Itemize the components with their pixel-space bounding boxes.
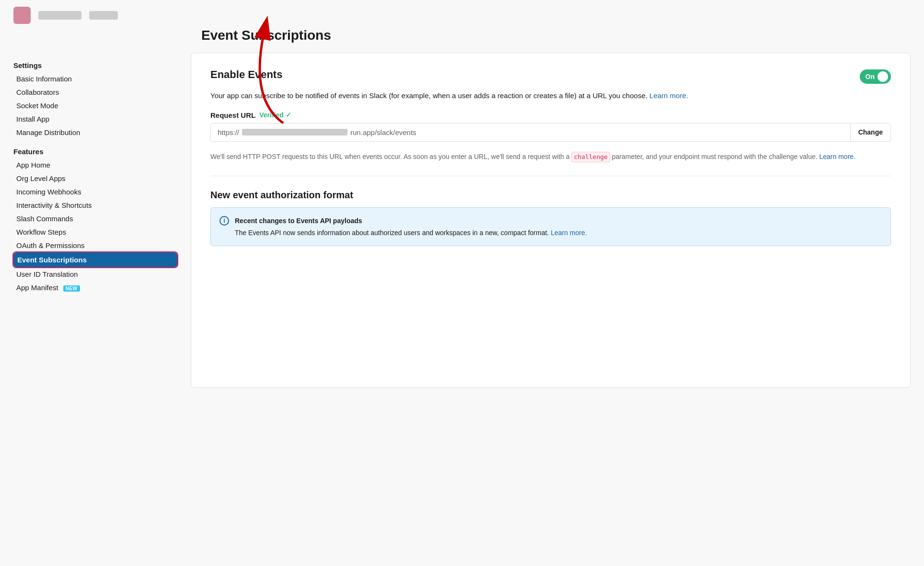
sidebar-item-manage-distribution[interactable]: Manage Distribution bbox=[13, 126, 177, 139]
new-badge: NEW bbox=[63, 285, 80, 292]
sidebar-item-user-id-translation[interactable]: User ID Translation bbox=[13, 268, 177, 281]
info-box-content: Recent changes to Events API payloads Th… bbox=[235, 215, 587, 238]
enable-events-toggle[interactable]: On bbox=[860, 69, 891, 84]
app-name-blurred bbox=[38, 11, 81, 20]
url-input-container: https://run.app/slack/events Change bbox=[210, 123, 891, 142]
sidebar-item-interactivity-shortcuts[interactable]: Interactivity & Shortcuts bbox=[13, 199, 177, 212]
url-input-row: https://run.app/slack/events Change bbox=[210, 123, 891, 142]
sidebar-item-oauth-permissions[interactable]: OAuth & Permissions bbox=[13, 239, 177, 252]
change-button[interactable]: Change bbox=[850, 124, 890, 141]
enable-events-description: Your app can subscribe to be notified of… bbox=[210, 91, 891, 102]
app-avatar bbox=[13, 7, 31, 24]
sidebar-item-org-level-apps[interactable]: Org Level Apps bbox=[13, 172, 177, 185]
toggle-circle bbox=[878, 71, 888, 82]
enable-events-title: Enable Events bbox=[210, 68, 282, 81]
info-box: i Recent changes to Events API payloads … bbox=[210, 207, 891, 246]
http-description: We'll send HTTP POST requests to this UR… bbox=[210, 151, 891, 163]
settings-heading: Settings bbox=[13, 61, 177, 69]
info-box-title: Recent changes to Events API payloads bbox=[235, 215, 587, 226]
challenge-badge: challenge bbox=[571, 152, 610, 163]
http-learn-more[interactable]: Learn more. bbox=[819, 153, 855, 160]
features-heading: Features bbox=[13, 147, 177, 156]
section-divider bbox=[210, 176, 891, 176]
sidebar-item-install-app[interactable]: Install App bbox=[13, 113, 177, 125]
enable-events-header: Enable Events On bbox=[210, 68, 891, 85]
sidebar-item-basic-information[interactable]: Basic Information bbox=[13, 72, 177, 85]
new-event-auth-title: New event authorization format bbox=[210, 190, 891, 201]
sidebar: Settings Basic Information Collaborators… bbox=[13, 53, 191, 388]
sidebar-item-event-subscriptions[interactable]: Event Subscriptions bbox=[13, 252, 177, 267]
enable-events-learn-more[interactable]: Learn more. bbox=[649, 91, 688, 100]
sidebar-item-incoming-webhooks[interactable]: Incoming Webhooks bbox=[13, 185, 177, 198]
top-bar bbox=[0, 0, 924, 24]
sidebar-item-app-home[interactable]: App Home bbox=[13, 158, 177, 171]
page-title: Event Subscriptions bbox=[0, 24, 924, 53]
sidebar-item-slash-commands[interactable]: Slash Commands bbox=[13, 212, 177, 225]
toggle-label: On bbox=[866, 73, 875, 80]
request-url-label: Request URL Verified ✓ bbox=[210, 111, 891, 119]
main-content: Enable Events On Your app can subscribe … bbox=[191, 53, 911, 388]
info-icon: i bbox=[219, 216, 229, 226]
sidebar-item-socket-mode[interactable]: Socket Mode bbox=[13, 99, 177, 112]
sidebar-item-workflow-steps[interactable]: Workflow Steps bbox=[13, 226, 177, 238]
workspace-blurred bbox=[89, 11, 118, 20]
sidebar-item-app-manifest[interactable]: App Manifest NEW bbox=[13, 281, 177, 294]
verified-badge: Verified ✓ bbox=[259, 111, 291, 119]
layout: Settings Basic Information Collaborators… bbox=[0, 53, 924, 388]
info-learn-more[interactable]: Learn more. bbox=[551, 229, 587, 237]
sidebar-item-collaborators[interactable]: Collaborators bbox=[13, 86, 177, 99]
